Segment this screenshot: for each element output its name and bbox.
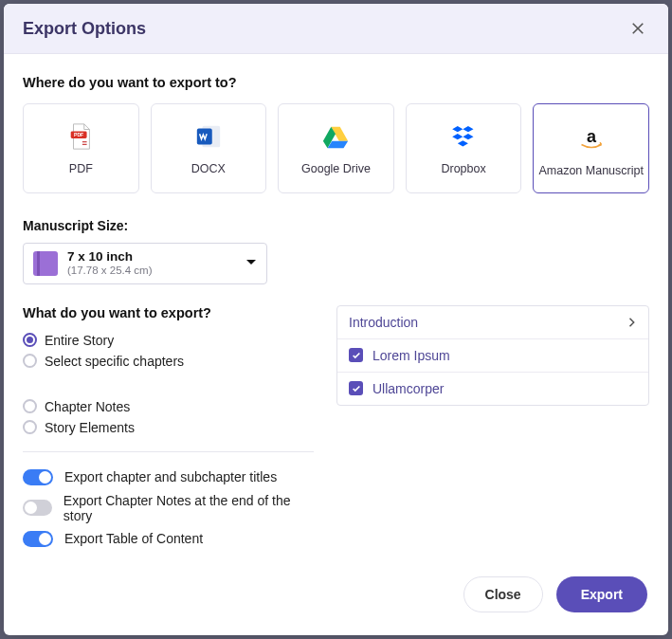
chapter-header-label: Introduction bbox=[349, 315, 418, 330]
radio-label: Entire Story bbox=[45, 333, 114, 348]
amazon-icon: a bbox=[577, 126, 606, 155]
toggle-label: Export Chapter Notes at the end of the s… bbox=[64, 493, 314, 523]
modal-footer: Close Export bbox=[4, 561, 668, 635]
dropbox-icon bbox=[449, 122, 478, 151]
toggle-chapter-titles[interactable]: Export chapter and subchapter titles bbox=[23, 466, 314, 489]
export-options-modal: Export Options Where do you want to expo… bbox=[4, 4, 668, 635]
size-main: 7 x 10 inch bbox=[67, 249, 152, 265]
radio-label: Chapter Notes bbox=[45, 399, 130, 414]
toggle-label: Export chapter and subchapter titles bbox=[64, 469, 277, 484]
docx-icon bbox=[194, 122, 223, 151]
chevron-right-icon bbox=[627, 315, 637, 330]
chapter-item-ullamcorper[interactable]: Ullamcorper bbox=[337, 373, 648, 405]
toggle-label: Export Table of Content bbox=[64, 531, 203, 546]
radio-entire-story[interactable]: Entire Story bbox=[23, 330, 314, 351]
chapter-item-label: Ullamcorper bbox=[372, 381, 444, 396]
export-card-dropbox[interactable]: Dropbox bbox=[406, 103, 522, 193]
close-button[interactable]: Close bbox=[463, 576, 543, 612]
export-card-label: Google Drive bbox=[301, 162, 371, 175]
export-card-amazon-manuscript[interactable]: a Amazon Manuscript bbox=[533, 103, 649, 193]
export-scope-question: What do you want to export? bbox=[23, 305, 314, 320]
export-destination-row: PDF PDF DOCX bbox=[23, 103, 649, 193]
export-card-label: PDF bbox=[69, 162, 93, 175]
radio-label: Select specific chapters bbox=[45, 354, 184, 369]
book-icon bbox=[33, 251, 58, 276]
export-card-label: DOCX bbox=[191, 162, 226, 175]
export-card-label: Dropbox bbox=[441, 162, 485, 175]
toggle-switch bbox=[23, 500, 52, 516]
close-icon[interactable] bbox=[627, 17, 649, 40]
export-card-label: Amazon Manuscript bbox=[538, 164, 643, 177]
checkbox-checked-icon bbox=[349, 348, 363, 362]
chapter-item-lorem-ipsum[interactable]: Lorem Ipsum bbox=[337, 339, 648, 373]
google-drive-icon bbox=[321, 122, 350, 151]
svg-text:a: a bbox=[587, 127, 597, 146]
radio-label: Story Elements bbox=[45, 420, 135, 435]
export-destination-question: Where do you want to export to? bbox=[23, 75, 649, 90]
export-card-docx[interactable]: DOCX bbox=[151, 103, 267, 193]
radio-story-elements[interactable]: Story Elements bbox=[23, 417, 314, 438]
radio-input bbox=[23, 333, 37, 347]
radio-chapter-notes[interactable]: Chapter Notes bbox=[23, 396, 314, 417]
modal-header: Export Options bbox=[4, 4, 668, 54]
size-sub: (17.78 x 25.4 cm) bbox=[67, 265, 152, 278]
manuscript-size-select[interactable]: 7 x 10 inch (17.78 x 25.4 cm) bbox=[23, 243, 267, 284]
modal-title: Export Options bbox=[23, 19, 146, 39]
toggle-switch bbox=[23, 531, 53, 547]
radio-input bbox=[23, 354, 37, 368]
checkbox-checked-icon bbox=[349, 381, 363, 395]
chapter-item-label: Lorem Ipsum bbox=[372, 348, 450, 363]
manuscript-size-label: Manuscript Size: bbox=[23, 218, 649, 233]
pdf-icon: PDF bbox=[66, 122, 95, 151]
caret-down-icon bbox=[245, 255, 257, 272]
toggle-switch bbox=[23, 469, 53, 485]
divider bbox=[23, 451, 314, 452]
export-card-pdf[interactable]: PDF PDF bbox=[23, 103, 139, 193]
export-card-google-drive[interactable]: Google Drive bbox=[278, 103, 394, 193]
radio-select-chapters[interactable]: Select specific chapters bbox=[23, 351, 314, 372]
extras-radio-group: Chapter Notes Story Elements bbox=[23, 396, 314, 438]
radio-input bbox=[23, 399, 37, 413]
radio-input bbox=[23, 420, 37, 434]
toggle-toc[interactable]: Export Table of Content bbox=[23, 527, 314, 551]
export-button[interactable]: Export bbox=[556, 576, 647, 612]
svg-text:PDF: PDF bbox=[74, 132, 83, 137]
toggle-chapter-notes-end[interactable]: Export Chapter Notes at the end of the s… bbox=[23, 489, 314, 527]
chapter-header-introduction[interactable]: Introduction bbox=[337, 306, 648, 339]
scope-radio-group: Entire Story Select specific chapters bbox=[23, 330, 314, 372]
chapter-list: Introduction Lorem Ipsum bbox=[336, 305, 649, 406]
